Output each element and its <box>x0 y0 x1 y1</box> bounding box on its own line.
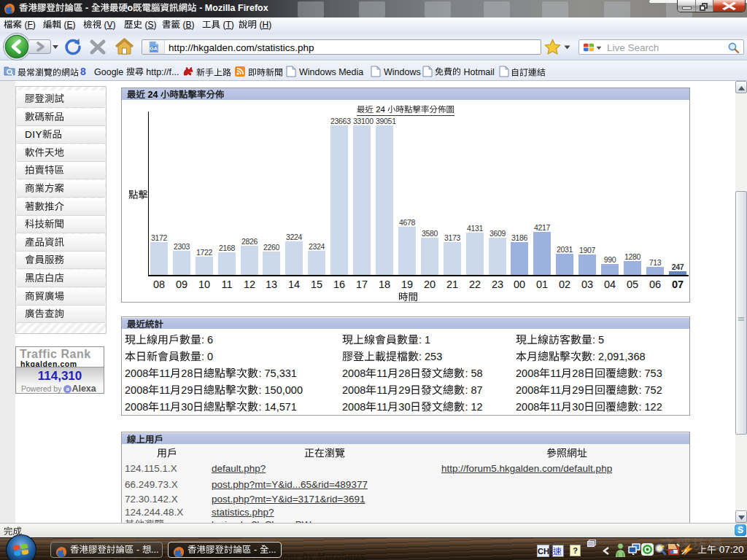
svg-text:GA: GA <box>150 46 158 51</box>
